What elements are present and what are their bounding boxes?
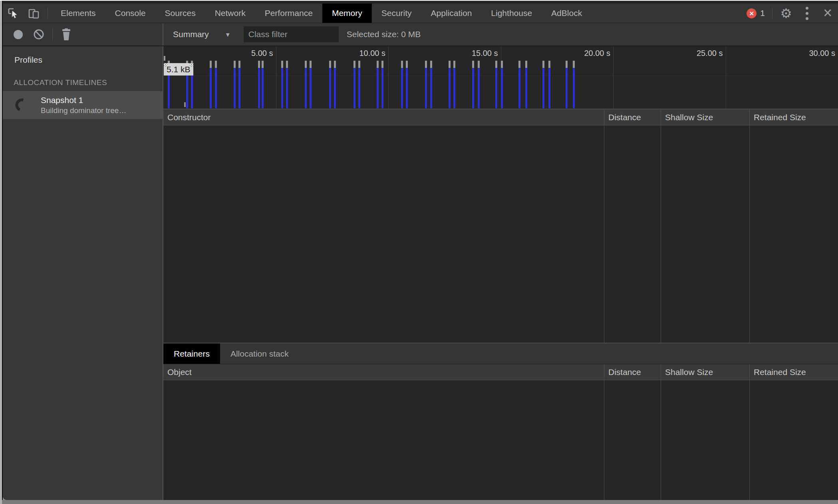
tab-network[interactable]: Network: [205, 4, 255, 23]
timeline-tick-label: 15.00 s: [472, 49, 498, 58]
devtools-top-gap: [3, 1, 838, 4]
timeline-gridline: [726, 46, 726, 109]
allocation-bar: [377, 61, 379, 108]
column-header-retained-size[interactable]: Retained Size: [749, 364, 838, 380]
constructor-table-header: Constructor Distance Shallow Size Retain…: [163, 109, 838, 125]
perspective-select[interactable]: Summary ▼: [169, 30, 235, 39]
allocation-bar: [381, 61, 383, 108]
selection-handle-stub[interactable]: [184, 102, 186, 107]
toggle-device-toolbar-button[interactable]: [24, 4, 44, 23]
memory-toolbar-left: [3, 23, 163, 46]
inspect-cursor-icon: [7, 7, 19, 19]
selection-size-badge: 5.1 kB: [164, 63, 193, 75]
retainers-tabstrip: Retainers Allocation stack: [163, 343, 838, 364]
timeline-gridline: [613, 46, 614, 109]
devtools-window: Elements Console Sources Network Perform…: [3, 1, 838, 500]
allocation-bar: [518, 61, 520, 108]
retainers-table-body[interactable]: [163, 380, 838, 500]
column-header-constructor[interactable]: Constructor: [163, 109, 604, 125]
allocation-bar: [310, 61, 312, 108]
timeline-gridline: [276, 46, 276, 109]
kebab-menu-icon: [806, 7, 808, 20]
tab-performance[interactable]: Performance: [255, 4, 322, 23]
close-devtools-button[interactable]: ×: [817, 4, 838, 23]
allocation-bar: [358, 61, 360, 108]
settings-button[interactable]: ⚙: [776, 4, 796, 23]
allocation-bar: [501, 61, 503, 108]
allocation-bar: [401, 61, 403, 108]
more-options-button[interactable]: [796, 4, 817, 23]
column-header-distance[interactable]: Distance: [604, 109, 661, 125]
column-header-retained-size[interactable]: Retained Size: [749, 109, 838, 125]
inspect-element-button[interactable]: [3, 4, 24, 23]
allocation-bar: [542, 61, 544, 108]
column-divider: [749, 125, 750, 343]
allocation-bar: [210, 61, 212, 108]
sidebar-item-snapshot-1[interactable]: Snapshot 1 Building dominator tree…: [3, 91, 163, 119]
sidebar-item-profiles[interactable]: Profiles: [3, 46, 163, 69]
allocation-bar: [566, 61, 568, 108]
tab-elements[interactable]: Elements: [51, 4, 105, 23]
tab-security[interactable]: Security: [372, 4, 421, 23]
column-divider: [661, 125, 661, 343]
timeline-tick-label: 10.00 s: [359, 49, 385, 58]
allocation-bar: [238, 61, 240, 108]
gear-icon: ⚙: [780, 7, 792, 20]
column-header-shallow-size[interactable]: Shallow Size: [661, 109, 749, 125]
devtools-tabbar: Elements Console Sources Network Perform…: [3, 4, 838, 23]
allocation-bar: [548, 61, 550, 108]
tab-memory[interactable]: Memory: [322, 4, 372, 23]
column-divider: [604, 380, 604, 500]
allocation-bar: [305, 61, 307, 108]
constructor-table-body[interactable]: [163, 125, 838, 343]
allocation-bar: [525, 61, 527, 108]
allocation-bar: [425, 61, 427, 108]
error-count: 1: [760, 8, 765, 18]
profiles-sidebar: Profiles ALLOCATION TIMELINES Snapshot 1…: [3, 46, 163, 500]
allocation-bar: [329, 61, 331, 108]
timeline-gridline: [388, 46, 389, 109]
allocation-bar: [478, 61, 480, 108]
tabbar-separator: [48, 8, 48, 19]
console-error-counter[interactable]: × 1: [743, 4, 769, 23]
tab-sources[interactable]: Sources: [155, 4, 205, 23]
delete-profile-button[interactable]: [56, 23, 77, 46]
retainers-table-header: Object Distance Shallow Size Retained Si…: [163, 364, 838, 380]
allocation-bar: [215, 61, 217, 108]
memory-toolbar-right: Summary ▼ Selected size: 0 MB: [163, 23, 838, 46]
record-heap-button[interactable]: [8, 23, 28, 46]
allocation-bar: [353, 61, 355, 108]
tab-retainers[interactable]: Retainers: [163, 343, 220, 364]
tab-lighthouse[interactable]: Lighthouse: [481, 4, 542, 23]
window-edge-bottom: [2, 500, 838, 504]
tabbar-spacer: [592, 4, 743, 23]
perspective-selected-value: Summary: [173, 30, 209, 39]
allocation-bar: [449, 61, 451, 108]
snapshot-status: Building dominator tree…: [41, 106, 126, 115]
allocation-bar: [234, 61, 236, 108]
tab-console[interactable]: Console: [105, 4, 155, 23]
allocation-bar: [406, 61, 408, 108]
column-header-object[interactable]: Object: [163, 364, 604, 380]
tab-adblock[interactable]: AdBlock: [542, 4, 592, 23]
allocation-bar: [281, 61, 283, 108]
chevron-down-icon: ▼: [225, 31, 231, 38]
allocation-bar: [334, 61, 336, 108]
tab-allocation-stack[interactable]: Allocation stack: [220, 343, 299, 364]
allocation-bar: [573, 61, 575, 108]
toolbar-separator: [52, 28, 53, 41]
selected-size-label: Selected size: 0 MB: [347, 30, 421, 39]
tab-application[interactable]: Application: [421, 4, 482, 23]
clear-profiles-button[interactable]: [28, 23, 49, 46]
class-filter-input[interactable]: [244, 26, 339, 42]
clear-block-icon: [33, 29, 44, 40]
column-divider: [604, 125, 604, 343]
column-header-shallow-size[interactable]: Shallow Size: [661, 364, 749, 380]
allocation-timeline[interactable]: 5.00 s10.00 s15.00 s20.00 s25.00 s30.00 …: [163, 46, 838, 109]
selection-handle-tick[interactable]: [164, 56, 165, 61]
trash-icon: [61, 28, 71, 40]
memory-main-panel: 5.00 s10.00 s15.00 s20.00 s25.00 s30.00 …: [163, 46, 838, 500]
allocation-bar: [258, 61, 260, 108]
column-header-distance[interactable]: Distance: [604, 364, 661, 380]
timeline-tick-label: 30.00 s: [809, 49, 835, 58]
